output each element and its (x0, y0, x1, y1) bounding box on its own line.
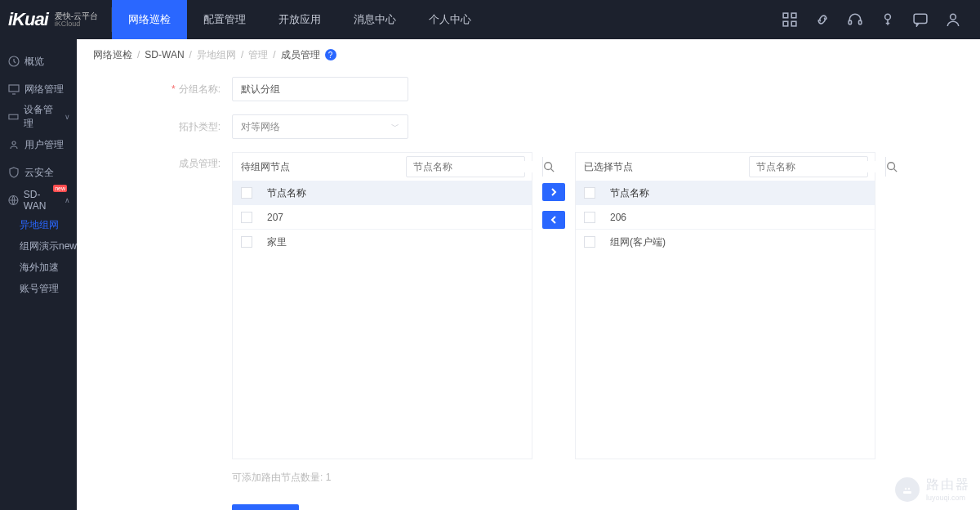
hint-label: 可添加路由节点数量: (232, 472, 323, 483)
help-icon[interactable]: ? (325, 49, 336, 60)
svg-rect-3 (791, 21, 796, 26)
search-pending (406, 156, 525, 177)
move-left-button[interactable] (542, 211, 565, 229)
watermark: 路由器 luyouqi.com (895, 476, 970, 502)
new-tag: new (59, 240, 77, 252)
headset-icon[interactable] (848, 12, 862, 27)
panel-selected-body: 206 组网(客户端) (576, 205, 875, 459)
svg-point-15 (888, 163, 895, 170)
label-member-mgmt: 成员管理: (126, 152, 232, 171)
chevron-up-icon: ∧ (65, 196, 70, 204)
checkbox-row[interactable] (584, 212, 595, 223)
watermark-text-en: luyouqi.com (926, 494, 970, 502)
svg-point-19 (908, 487, 910, 489)
panel-selected-header-row: 节点名称 (576, 181, 875, 205)
topnav-network-inspection[interactable]: 网络巡检 (112, 0, 187, 39)
checkbox-select-all-pending[interactable] (241, 187, 252, 199)
col-header-selected: 节点名称 (610, 186, 649, 200)
top-header: iKuai 爱快-云平台 iKCloud 网络巡检 配置管理 开放应用 消息中心… (0, 0, 980, 39)
users-icon (8, 139, 20, 150)
top-nav: 网络巡检 配置管理 开放应用 消息中心 个人中心 (112, 0, 488, 39)
table-row[interactable]: 207 (233, 205, 532, 230)
svg-point-8 (951, 14, 956, 20)
table-row[interactable]: 家里 (233, 230, 532, 254)
sidebar-item-device[interactable]: 设备管理 ∨ (0, 103, 77, 131)
search-selected-input[interactable] (750, 161, 885, 172)
sidebar-item-sdwan[interactable]: SD-WAN new ∧ (0, 186, 77, 214)
row-cell: 206 (610, 212, 626, 223)
col-header-pending: 节点名称 (267, 186, 306, 200)
sb-label: SD-WAN (24, 189, 60, 212)
svg-rect-7 (914, 14, 927, 23)
crumb-sep: / (273, 49, 275, 60)
panel-pending-nodes: 待组网节点 节点名称 (232, 152, 532, 459)
checkbox-row[interactable] (241, 236, 252, 248)
topnav-open-app[interactable]: 开放应用 (262, 0, 337, 39)
link-icon[interactable] (815, 12, 830, 27)
hint-value: 1 (326, 472, 332, 483)
crumb-c[interactable]: 异地组网 (197, 48, 236, 62)
logo-text: iKuai (8, 9, 48, 30)
checkbox-row[interactable] (584, 236, 595, 248)
select-topology[interactable]: 对等网络 ﹀ (232, 114, 408, 139)
topnav-message[interactable]: 消息中心 (337, 0, 412, 39)
overview-icon (8, 56, 20, 67)
move-right-button[interactable] (542, 183, 565, 201)
sidebar-sub-account[interactable]: 账号管理 (20, 278, 77, 299)
transfer-buttons (532, 152, 575, 229)
row-cell: 家里 (267, 235, 287, 249)
sidebar-sub-remote-network[interactable]: 异地组网 (20, 214, 77, 235)
panel-pending-body: 207 家里 (233, 205, 532, 459)
checkbox-row[interactable] (241, 212, 252, 223)
crumb-d[interactable]: 管理 (248, 48, 268, 62)
key-icon[interactable] (880, 12, 895, 27)
sidebar-item-security[interactable]: 云安全 (0, 159, 77, 186)
apps-icon[interactable] (782, 12, 797, 27)
crumb-e: 成员管理 (281, 48, 320, 62)
svg-rect-4 (849, 20, 851, 25)
crumb-b[interactable]: SD-WAN (145, 49, 184, 60)
table-row[interactable]: 206 (576, 205, 875, 230)
label-topology: 拓扑类型: (126, 120, 232, 134)
table-row[interactable]: 组网(客户端) (576, 230, 875, 254)
sidebar-item-overview[interactable]: 概览 (0, 47, 77, 75)
topnav-config[interactable]: 配置管理 (187, 0, 262, 39)
crumb-sep: / (137, 49, 140, 60)
search-selected (749, 156, 868, 177)
search-pending-input[interactable] (407, 161, 542, 172)
sidebar-item-network[interactable]: 网络管理 (0, 75, 77, 103)
watermark-text-cn: 路由器 (926, 476, 970, 494)
svg-point-6 (885, 14, 891, 20)
row-cell: 207 (267, 212, 283, 223)
select-topology-value: 对等网络 (241, 120, 280, 134)
svg-rect-0 (783, 13, 788, 18)
svg-rect-17 (903, 491, 911, 494)
sb-sub-label: 海外加速 (20, 261, 59, 275)
topnav-personal[interactable]: 个人中心 (412, 0, 488, 39)
svg-rect-10 (9, 85, 19, 92)
main-content: 网络巡检 / SD-WAN / 异地组网 / 管理 / 成员管理 ? *分组名称… (77, 39, 980, 510)
checkbox-select-all-selected[interactable] (584, 187, 595, 199)
sb-label: 用户管理 (24, 138, 64, 152)
label-group-name: *分组名称: (126, 83, 232, 96)
crumb-a[interactable]: 网络巡检 (93, 48, 132, 62)
submit-button[interactable]: 确定 (232, 504, 299, 510)
sb-label: 网络管理 (24, 83, 64, 96)
sidebar-item-user[interactable]: 用户管理 (0, 131, 77, 159)
sb-sub-label: 账号管理 (20, 282, 59, 296)
svg-point-18 (905, 487, 906, 489)
watermark-icon (895, 477, 920, 502)
new-tag: new (53, 185, 67, 192)
chat-icon[interactable] (913, 12, 928, 27)
user-icon[interactable] (946, 12, 960, 27)
logo-sub-en: iKCloud (55, 20, 98, 29)
row-cell: 组网(客户端) (610, 235, 666, 249)
search-selected-button[interactable] (885, 157, 898, 177)
logo-block: iKuai 爱快-云平台 iKCloud (0, 7, 112, 32)
input-group-name[interactable] (232, 77, 408, 101)
shield-icon (8, 167, 20, 178)
sidebar-sub-overseas[interactable]: 海外加速 (20, 257, 77, 278)
sb-sub-label: 异地组网 (20, 218, 59, 232)
hint-line: 可添加路由节点数量: 1 (232, 471, 931, 485)
sidebar-sub-demo[interactable]: 组网演示 new (20, 235, 77, 257)
